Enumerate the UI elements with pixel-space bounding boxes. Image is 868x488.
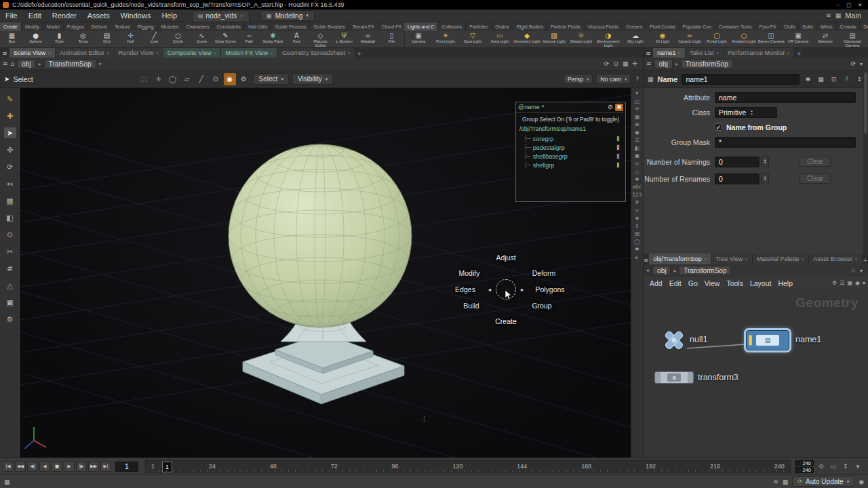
close-tab-icon[interactable]: × [787,50,790,56]
close-tab-icon[interactable]: × [106,50,110,56]
network-menu-item[interactable]: Add [646,279,666,287]
layout-icon[interactable]: ≋ [826,12,831,19]
viewport-toolbar-icon[interactable]: ⬚ [138,73,151,85]
radial-menu-item[interactable]: Group [532,302,551,310]
transport-button[interactable]: ▶▶ [88,462,99,472]
shelf-tool[interactable]: ☀ Point Light [432,31,459,48]
shelf-tool[interactable]: ▯ File [380,31,403,48]
transport-button[interactable]: ◀| [27,462,38,472]
add-pane-tab-icon[interactable]: + [795,49,803,58]
network-menu-item[interactable]: View [701,279,724,287]
node-label[interactable]: transform3 [698,373,738,382]
pane-tab[interactable]: Take List × [686,48,724,58]
pane-tab[interactable]: Geometry Spreadsheet × [278,48,355,58]
path-chip-root[interactable]: obj [652,266,671,275]
close-tab-icon[interactable]: × [802,256,805,262]
main-desktop-label[interactable]: Main [845,12,861,20]
current-frame-field[interactable]: 1 [115,462,138,472]
group-list-item[interactable]: ├─ shellbasegrp [516,152,625,161]
gallery-icon[interactable]: ▦ [816,76,825,83]
grid-icon[interactable]: ▦ [847,280,852,286]
display-option-icon[interactable]: ◧ [635,146,639,151]
close-tab-icon[interactable]: × [678,50,682,56]
shelf-tab[interactable]: Populate Con [679,22,715,31]
viewport-toolbar-icon[interactable]: ▱ [181,73,193,85]
close-tab-icon[interactable]: × [716,50,719,56]
message-log-icon[interactable]: ▦ [4,479,10,485]
bookmark-icon[interactable]: ☆ [850,267,856,274]
path-chip-node[interactable]: TransformSop [681,59,733,68]
display-option-icon[interactable]: ✱ [635,247,639,252]
transport-button[interactable]: ▶| [100,462,111,472]
select-tool-icon[interactable]: ➤ [4,75,9,83]
lock-icon[interactable]: ⊡ [829,76,838,83]
pane-tab[interactable]: Performance Monitor × [724,48,795,58]
group-list-item[interactable]: ├─ shellgrp [516,161,625,169]
update-mode-dropdown[interactable]: ⟳ Auto Update ▾ [792,476,854,487]
shelf-tool[interactable]: ▦ Box [0,31,24,48]
desktop-tab[interactable]: ▤ node_vids + [192,10,250,22]
shelf-tool[interactable]: ○ Ambient Light [730,31,757,48]
close-tab-icon[interactable]: × [745,256,748,262]
viewport-tool-icon[interactable]: ↔ [4,178,16,189]
frame-ruler[interactable]: 124487296120144168192216240 1 [145,460,791,473]
menu-item[interactable]: Assets [82,9,115,22]
viewport-tool-icon[interactable]: ▦ [4,195,16,206]
pane-tab[interactable]: Asset Browser × [809,253,863,264]
shelf-tab[interactable]: Rigid Bodies [513,22,547,31]
shelf-tool[interactable]: ✛ Null [119,31,142,48]
transport-button[interactable]: |◀ [3,462,14,472]
interrupt-icon[interactable]: ◉ [859,479,864,485]
shelf-tab[interactable]: Rigging [134,22,158,31]
radial-menu-item[interactable]: Polygons [535,285,564,293]
shelf-tool[interactable]: ▤ Grid [95,31,119,48]
shelf-tool[interactable]: ▽ Spot Light [459,31,486,48]
target-icon[interactable]: ⊙ [613,60,618,67]
renames-field[interactable]: 0 [715,174,760,184]
shelf-tab[interactable]: Solid [799,22,817,31]
shelf-tool[interactable]: ✱ Spray Paint [261,31,285,48]
group-mask-field[interactable]: * [715,137,856,148]
shelf-tool[interactable]: ▣ VR Camera [785,31,812,48]
shelf-tool[interactable]: ◑ Environment Light [595,31,622,48]
refresh-icon[interactable]: ⟳ [604,60,610,67]
group-list-item[interactable]: ├─ pedestalgrp [516,143,625,152]
transport-button[interactable]: ◀ [39,462,50,472]
viewport-tool-icon[interactable]: ⟳ [4,161,16,172]
pane-tab[interactable]: Material Palette × [753,253,809,264]
viewport-tool-icon[interactable]: ⊙ [4,229,16,240]
display-option-icon[interactable]: ◉ [635,130,639,136]
shelf-tab[interactable]: Wires [817,22,837,31]
shelf-tool[interactable]: ╱ Line [142,31,166,48]
display-option-icon[interactable]: ▸ [636,255,639,260]
value-ladder-icon[interactable]: ↕ [761,157,769,167]
display-option-icon[interactable]: ▤ [635,231,639,237]
viewport-tool-icon[interactable]: # [4,263,16,274]
shelf-tab[interactable]: Lights and C [404,22,438,31]
attribute-field[interactable]: name [715,92,856,103]
viewport-toolbar-icon[interactable]: ✛ [153,73,165,85]
display-option-icon[interactable]: abc [633,184,642,190]
network-menu-item[interactable]: Help [774,279,796,287]
snapshot-icon[interactable]: ◉ [855,280,860,286]
viewport-tool-icon[interactable]: ✜ [4,144,16,155]
network-menu-item[interactable]: Tools [723,279,747,287]
wrench-icon[interactable]: ⚙ [832,280,837,286]
name-from-group-checkbox[interactable]: ✓ [715,123,722,131]
visibility-dropdown[interactable]: Visibility ▾ [292,73,333,85]
shelf-tool[interactable]: ▭ Area Light [486,31,513,48]
shelf-tool[interactable]: ∿ Curve [190,31,214,48]
dropdown-arrow-icon[interactable]: ▾ [863,280,865,286]
pane-tab[interactable]: Scene View × [9,48,56,58]
crosshair-icon[interactable]: ✛ [632,60,637,67]
path-chip-root[interactable]: obj [654,59,673,68]
shelf-tab[interactable]: Container Tools [715,22,756,31]
close-tab-icon[interactable]: × [347,50,351,56]
close-button[interactable]: ✕ [854,1,865,9]
viewport-tool-icon[interactable]: ✚ [4,110,16,121]
network-menu-item[interactable]: Edit [666,279,685,287]
node-label[interactable]: name1 [795,335,821,344]
shelf-tab[interactable]: Guide Process [271,22,310,31]
shelf-tab[interactable]: Particle Fluids [547,22,585,31]
menu-item[interactable]: Help [156,9,182,22]
